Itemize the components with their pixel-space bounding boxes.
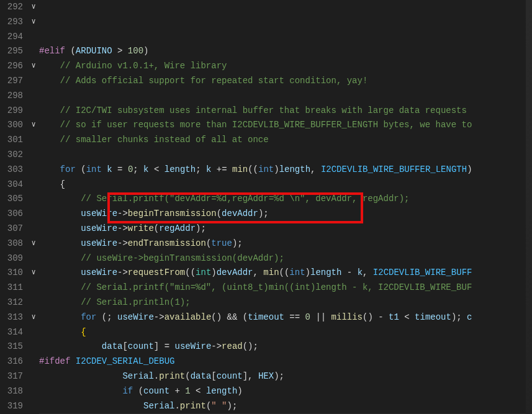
token-id: useWire — [81, 209, 117, 218]
fold-spacer — [28, 399, 39, 414]
token-p — [122, 46, 127, 56]
token-p: (; — [96, 312, 117, 322]
code-line[interactable]: useWire->endTransmission(true); — [39, 236, 532, 251]
token-id: length — [206, 386, 237, 396]
code-area[interactable]: #elif (ARDUINO > 100) // Arduino v1.0.1+… — [39, 0, 532, 414]
code-line[interactable]: useWire->beginTransmission(devAddr); — [39, 207, 532, 222]
token-p: ; — [196, 164, 206, 174]
token-p: ( — [154, 223, 159, 233]
code-line[interactable]: // Arduino v1.0.1+, Wire library — [39, 59, 532, 74]
fold-toggle-icon[interactable]: ∨ — [28, 236, 39, 251]
token-num: 1 — [185, 386, 190, 396]
token-p: ) — [274, 164, 279, 174]
code-line[interactable]: Serial.print(data[count], HEX); — [39, 369, 532, 384]
fold-toggle-icon[interactable]: ∨ — [28, 118, 39, 133]
line-number: 317 — [0, 369, 23, 384]
line-number: 314 — [0, 325, 23, 340]
code-line[interactable]: // Serial.printf("devAddr=%d,regAddr=%d … — [39, 192, 532, 207]
token-op: -> — [117, 209, 128, 218]
token-id: t1 — [389, 312, 399, 322]
token-id: length — [165, 164, 196, 174]
code-line[interactable]: // so if user requests more than I2CDEVL… — [39, 118, 532, 133]
line-number: 310 — [0, 266, 23, 281]
minimap[interactable] — [526, 0, 532, 414]
token-fn: read — [222, 341, 243, 351]
line-number: 299 — [0, 104, 23, 119]
token-p: () — [211, 312, 227, 322]
token-pp: #ifdef — [39, 356, 70, 366]
token-p — [201, 386, 206, 396]
code-line[interactable]: for (int k = 0; k < length; k += min((in… — [39, 163, 532, 178]
fold-spacer — [28, 295, 39, 310]
fold-toggle-icon[interactable]: ∨ — [28, 59, 39, 74]
token-p — [326, 312, 331, 322]
fold-spacer — [28, 281, 39, 295]
code-line[interactable]: { — [39, 325, 532, 340]
code-line[interactable]: useWire->requestFrom((int)devAddr, min((… — [39, 266, 532, 281]
code-line[interactable]: data[count] = useWire->read(); — [39, 340, 532, 354]
code-line[interactable]: { — [39, 178, 532, 192]
fold-toggle-icon[interactable]: ∨ — [28, 310, 39, 325]
token-p — [122, 164, 127, 174]
line-number: 311 — [0, 281, 23, 295]
token-mb: { — [81, 327, 86, 337]
code-line[interactable]: if (count + 1 < length) — [39, 384, 532, 399]
code-line[interactable]: useWire->write(regAddr); — [39, 222, 532, 236]
token-p: ); — [274, 371, 284, 381]
token-id: c — [467, 312, 472, 322]
token-id: useWire — [174, 341, 211, 351]
code-line[interactable]: // I2C/TWI subsystem uses internal buffe… — [39, 104, 532, 119]
token-p: , — [310, 164, 321, 174]
code-line[interactable]: for (; useWire->available() && (timeout … — [39, 310, 532, 325]
token-cmt: // Serial.println(1); — [81, 297, 190, 307]
token-p: ( — [237, 312, 248, 322]
fold-toggle-icon[interactable]: ∨ — [28, 0, 39, 15]
token-id: count — [143, 386, 169, 396]
fold-spacer — [28, 325, 39, 340]
code-line[interactable] — [39, 148, 532, 163]
token-p: ) — [305, 268, 310, 277]
token-p — [211, 164, 216, 174]
code-line[interactable]: // smaller chunks instead of all at once — [39, 133, 532, 148]
fold-spacer — [28, 148, 39, 163]
line-number: 301 — [0, 133, 23, 148]
token-p: ) — [211, 268, 216, 277]
fold-spacer — [28, 163, 39, 178]
token-p: ); — [227, 401, 238, 411]
token-p — [102, 164, 107, 174]
token-id: useWire — [81, 238, 117, 248]
code-line[interactable]: // Adds official support for repeated st… — [39, 74, 532, 89]
code-line[interactable]: // Serial.printf("min=%d", (uint8_t)min(… — [39, 281, 532, 295]
token-type: int — [258, 164, 274, 174]
token-fn: print — [159, 371, 185, 381]
fold-spacer — [28, 89, 39, 104]
token-p: ] — [154, 341, 165, 351]
line-number: 307 — [0, 222, 23, 236]
token-kw: for — [81, 312, 96, 322]
code-editor[interactable]: 2922932942952962972982993003013023033043… — [0, 0, 532, 414]
fold-column[interactable]: ∨∨∨∨∨∨∨ — [28, 0, 39, 414]
code-line[interactable]: // useWire->beginTransmission(devAddr); — [39, 251, 532, 266]
code-line[interactable]: #elif (ARDUINO > 100) — [39, 44, 532, 59]
fold-spacer — [28, 354, 39, 369]
code-line[interactable] — [39, 89, 532, 104]
code-line[interactable]: Serial.print(" "); — [39, 399, 532, 414]
token-p: [ — [211, 371, 216, 381]
code-line[interactable]: // Serial.println(1); — [39, 295, 532, 310]
token-op: = — [165, 341, 169, 351]
token-num: 100 — [128, 46, 143, 56]
fold-toggle-icon[interactable]: ∨ — [28, 15, 39, 30]
token-p: . — [154, 371, 159, 381]
token-p: ); — [232, 238, 243, 248]
line-number: 292 — [0, 0, 23, 15]
token-p: ( — [217, 209, 222, 218]
fold-spacer — [28, 222, 39, 236]
token-p — [112, 164, 117, 174]
code-line[interactable]: #ifdef I2CDEV_SERIAL_DEBUG — [39, 354, 532, 369]
token-id: devAddr — [222, 209, 258, 218]
line-number-gutter: 2922932942952962972982993003013023033043… — [0, 0, 28, 414]
fold-spacer — [28, 104, 39, 119]
token-id: devAddr — [217, 268, 253, 277]
fold-toggle-icon[interactable]: ∨ — [28, 266, 39, 281]
token-op: += — [217, 164, 227, 174]
